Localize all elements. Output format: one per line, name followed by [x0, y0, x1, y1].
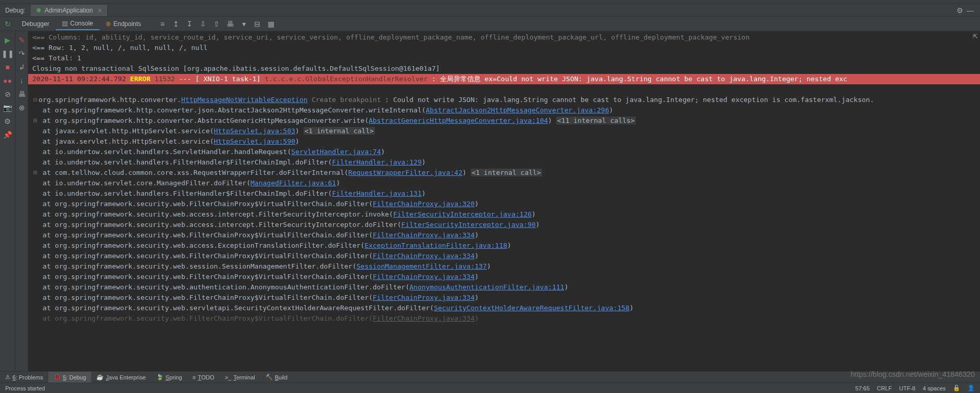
tool-label: 6: Problems: [12, 374, 43, 381]
rerun-icon[interactable]: ↻: [3, 19, 12, 29]
settings-icon[interactable]: ⚙: [3, 117, 12, 126]
tool-icon: 🍃: [156, 374, 164, 381]
tool-window-tab[interactable]: >_Terminal: [220, 372, 260, 383]
expand-icon[interactable]: ⇱: [971, 31, 980, 42]
tool-window-tab[interactable]: 🍃Spring: [151, 372, 187, 383]
pause-icon[interactable]: ❚❚: [3, 49, 12, 58]
source-link[interactable]: HttpServlet.java:590: [214, 137, 296, 145]
encoding[interactable]: UTF-8: [899, 385, 915, 391]
stack-frame: at org.springframework.security.web.Filt…: [28, 230, 980, 240]
print-icon[interactable]: 🖶: [17, 90, 27, 99]
hide-icon[interactable]: —: [965, 6, 975, 15]
clear-icon[interactable]: ⊗: [17, 103, 27, 112]
scroll-down-icon[interactable]: ↧: [185, 19, 194, 29]
tab-label: Debugger: [22, 20, 49, 28]
close-icon[interactable]: ×: [97, 6, 102, 15]
stack-text: at org.springframework.security.web.acce…: [39, 242, 365, 249]
internal-calls[interactable]: <1 internal call>: [471, 169, 542, 176]
breakpoints-icon[interactable]: ●●: [3, 76, 12, 85]
sep2: ]: [257, 75, 265, 83]
lock-icon[interactable]: 🔓: [953, 385, 960, 391]
wrap-icon[interactable]: ≡: [158, 19, 167, 29]
scroll-up-icon[interactable]: ↥: [171, 19, 181, 29]
tool-window-tab[interactable]: ⚠6: Problems: [0, 372, 48, 383]
camera-icon[interactable]: 📷: [3, 103, 12, 112]
scroll-end-icon[interactable]: ↓: [17, 76, 27, 85]
tool-window-tab[interactable]: 🔨Build: [260, 372, 293, 383]
person-icon[interactable]: 👤: [968, 385, 975, 391]
line-ending[interactable]: CRLF: [877, 385, 892, 391]
source-link[interactable]: FilterChainProxy.java:320: [373, 200, 475, 208]
gear-icon[interactable]: ⚙: [955, 6, 964, 15]
stack-text: at javax.servlet.http.HttpServlet.servic…: [39, 137, 214, 145]
stack-frame: at org.springframework.security.web.sess…: [28, 261, 980, 272]
soft-wrap-icon[interactable]: ↲: [17, 62, 27, 72]
tool-label: Spring: [166, 374, 182, 381]
stack-frame: at org.springframework.security.web.acce…: [28, 209, 980, 220]
source-link[interactable]: ExceptionTranslationFilter.java:118: [365, 242, 507, 249]
stack-text: at org.springframework.security.web.acce…: [39, 221, 401, 229]
source-link[interactable]: RequestWrapperFilter.java:42: [348, 169, 462, 176]
console-line: <== Total: 1: [28, 53, 980, 64]
internal-calls[interactable]: <11 internal calls>: [556, 117, 636, 124]
source-link[interactable]: FilterChainProxy.java:334: [373, 314, 475, 322]
source-link[interactable]: FilterHandler.java:131: [332, 189, 422, 197]
source-link[interactable]: FilterSecurityInterceptor.java:126: [393, 210, 532, 218]
stack-text: at javax.servlet.http.HttpServlet.servic…: [39, 127, 214, 135]
console-line: <== Columns: id, ability_id, service_rou…: [28, 32, 980, 43]
step-over-icon[interactable]: ↷: [17, 49, 27, 58]
source-link[interactable]: FilterChainProxy.java:334: [373, 294, 475, 301]
stop-icon[interactable]: ■: [3, 62, 12, 72]
source-link[interactable]: HttpServlet.java:503: [214, 127, 296, 135]
stack-text: at org.springframework.http.converter.js…: [39, 106, 426, 114]
internal-calls[interactable]: <1 internal call>: [304, 127, 375, 135]
exception-class-link[interactable]: HttpMessageNotWritableException: [181, 96, 308, 104]
source-link[interactable]: AbstractJackson2HttpMessageConverter.jav…: [426, 106, 609, 114]
stack-frame: at org.springframework.security.web.Filt…: [28, 293, 980, 303]
console-tab[interactable]: ▤ Console: [56, 18, 99, 30]
console-icon: ▤: [62, 20, 68, 27]
tool-window-tab[interactable]: ☕Java Enterprise: [91, 372, 150, 383]
source-link[interactable]: FilterSecurityInterceptor.java:90: [401, 221, 536, 229]
indent[interactable]: 4 spaces: [923, 385, 946, 391]
filter-icon[interactable]: ▾: [239, 19, 248, 29]
fold-icon[interactable]: ⊞: [32, 116, 39, 126]
upload-icon[interactable]: ⇧: [212, 19, 221, 29]
stack-frame: at org.springframework.security.web.acce…: [28, 220, 980, 230]
source-link[interactable]: FilterHandler.java:129: [332, 158, 422, 166]
endpoints-tab[interactable]: ⊕ Endpoints: [99, 18, 147, 30]
tool-window-tab[interactable]: 🐞5: Debug: [48, 372, 92, 383]
source-link[interactable]: ManagedFilter.java:61: [250, 179, 336, 187]
mute-breakpoints-icon[interactable]: ⊘: [3, 90, 12, 99]
edit-icon[interactable]: ✎: [17, 35, 27, 45]
resume-icon[interactable]: ▶: [3, 35, 12, 45]
console-output[interactable]: <== Columns: id, ability_id, service_rou…: [28, 31, 980, 383]
run-config-tab[interactable]: ⬢ AdminApplication ×: [31, 5, 108, 16]
source-link[interactable]: AnonymousAuthenticationFilter.java:111: [409, 283, 564, 291]
tool-icon: ≡: [193, 374, 196, 381]
pin-icon[interactable]: 📌: [3, 130, 12, 140]
stack-text: at io.undertow.servlet.handlers.FilterHa…: [39, 158, 332, 166]
source-link[interactable]: FilterChainProxy.java:334: [373, 252, 475, 260]
source-link[interactable]: FilterChainProxy.java:334: [373, 273, 475, 281]
sep: --- [: [175, 75, 199, 83]
source-link[interactable]: ServletHandler.java:74: [291, 148, 381, 156]
source-link[interactable]: SessionManagementFilter.java:137: [356, 262, 486, 270]
download-icon[interactable]: ⇩: [198, 19, 208, 29]
source-link[interactable]: FilterChainProxy.java:334: [373, 231, 475, 239]
stack-frame: at io.undertow.servlet.handlers.ServletH…: [28, 147, 980, 157]
status-bar: Process started 57:65 CRLF UTF-8 4 space…: [0, 383, 980, 393]
fold-icon[interactable]: ⊞: [32, 168, 39, 178]
tool-window-tab[interactable]: ≡TODO: [187, 372, 220, 383]
stack-text: at io.undertow.servlet.handlers.FilterHa…: [39, 189, 332, 197]
source-link[interactable]: SecurityContextHolderAwareRequestFilter.…: [434, 304, 630, 312]
fold-icon[interactable]: ⊟: [32, 95, 39, 105]
create-breakpoint-button[interactable]: Create breakpoint: [311, 96, 381, 104]
stack-text: at org.springframework.security.web.sess…: [39, 262, 356, 270]
print-icon[interactable]: 🖶: [225, 19, 235, 29]
tree-icon[interactable]: ⊟: [253, 19, 262, 29]
cursor-position[interactable]: 57:65: [856, 385, 870, 391]
source-link[interactable]: AbstractGenericHttpMessageConverter.java…: [369, 117, 548, 124]
layout-icon[interactable]: ▦: [266, 19, 275, 29]
debugger-tab[interactable]: Debugger: [16, 18, 56, 30]
